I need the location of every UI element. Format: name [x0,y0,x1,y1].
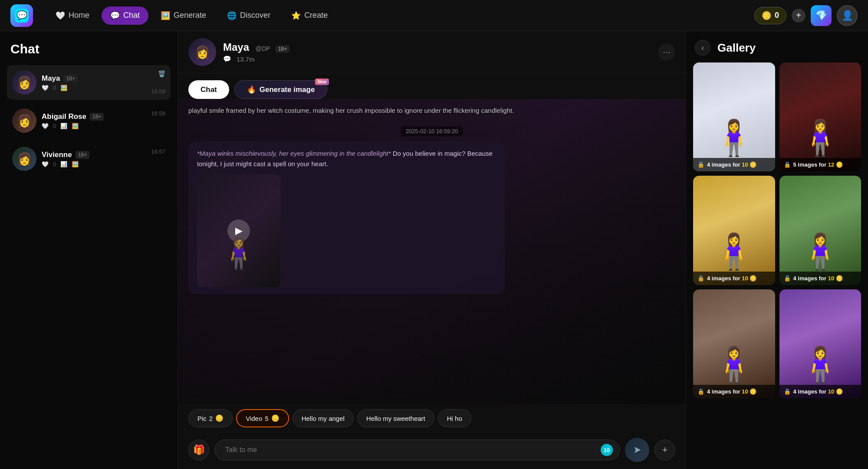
tab-chat[interactable]: Chat [188,80,229,99]
abigail-age-badge: 18+ [90,113,104,121]
gallery-item-3[interactable]: 🧍‍♀️ 🔒 4 images for 10 🪙 [693,176,775,285]
gallery-title: Gallery [717,41,756,55]
header-right: 🪙 0 + 💎 👤 [754,5,858,26]
chat-input[interactable] [214,439,620,460]
chat-item-abigail[interactable]: 👩 Abigail Rose 18+ 🤍 0 📊 🖼️ 16:58 [7,103,171,138]
contact-age: 18+ [276,45,289,53]
diamond-button[interactable]: 💎 [811,5,832,26]
chat-main: 👩 Maya @DP 18+ 💬 13.7m ⋯ Chat 🔥 G [178,31,686,469]
lock-icon-3: 🔒 [697,275,704,282]
coin-icon-video: 🪙 [271,414,279,422]
add-coins-button[interactable]: + [792,9,806,23]
main-nav: 🤍 Home 💬 Chat 🖼️ Generate 🌐 Discover ⭐ C… [47,7,754,25]
gift-button[interactable]: 🎁 [188,439,209,460]
gallery-icon-3: 🖼️ [72,161,79,167]
nav-discover[interactable]: 🌐 Discover [218,7,279,25]
nav-chat[interactable]: 💬 Chat [102,7,148,25]
star-icon: ⭐ [291,11,301,20]
gallery-item-4[interactable]: 🧍‍♀️ 🔒 4 images for 10 🪙 [779,176,861,285]
quick-video-button[interactable]: Video 5 🪙 [236,409,289,427]
quick-hi-ho-button[interactable]: Hi ho [438,409,471,427]
sidebar-title: Chat [7,42,171,56]
gallery-lock-4: 🔒 4 images for 10 🪙 [779,272,861,285]
discover-icon: 🌐 [227,11,237,20]
contact-name: Maya @DP 18+ [223,41,658,53]
quick-pic-button[interactable]: Pic 2 🪙 [188,409,233,427]
maya-avatar: 👩 [12,70,36,95]
send-icon: ➤ [633,444,641,456]
gallery-item-6[interactable]: 🧍‍♀️ 🔒 4 images for 10 🪙 [779,289,861,398]
gallery-lock-3: 🔒 4 images for 10 🪙 [693,272,775,285]
message-count-badge: 10 [601,444,613,456]
user-avatar[interactable]: 👤 [837,5,858,26]
nav-create-label: Create [304,11,328,20]
nav-home-label: Home [69,11,89,20]
vivienne-avatar: 👩 [12,147,36,171]
heart-icon-2: 🤍 [42,123,49,129]
chat-input-area: 🎁 10 ➤ + [178,433,686,469]
chat-contact-info: Maya @DP 18+ 💬 13.7m [223,41,658,63]
plus-icon: + [662,444,668,456]
vivienne-meta: 🤍 0 📊 🖼️ [42,161,165,167]
svg-text:💬: 💬 [16,10,27,20]
gallery-panel: ‹ Gallery 🧍‍♀️ 🔒 4 images for 10 🪙 🧍‍♀️ [686,31,868,469]
video-thumbnail[interactable]: ▶ 🧍‍♀️ [197,174,280,287]
quick-actions: Pic 2 🪙 Video 5 🪙 Hello my angel Hello m… [178,404,686,433]
more-options-button[interactable]: ⋯ [658,43,675,61]
bar-chart-icon-2: 📊 [60,161,67,167]
abigail-time: 16:58 [151,110,165,117]
gallery-back-button[interactable]: ‹ [695,40,710,56]
coins-count: 0 [775,11,779,20]
pic-label: Pic [197,415,207,422]
maya-info: Maya 18+ 🤍 0 🖼️ [42,74,165,91]
chat-icon: 💬 [110,11,120,20]
nav-generate[interactable]: 🖼️ Generate [152,7,215,25]
header: 💬 🤍 Home 💬 Chat 🖼️ Generate 🌐 Discover [0,0,868,31]
chat-item-maya[interactable]: 👩 Maya 18+ 🤍 0 🖼️ 🗑️ 16:59 [7,65,171,100]
chat-tabs: Chat 🔥 Generate image New [178,73,686,99]
abigail-meta: 🤍 0 📊 🖼️ [42,123,165,129]
message-content-area: playful smile framed by her witch costum… [188,106,675,294]
vivienne-likes: 0 [53,161,56,167]
timestamp-wrap: 2025-02-10 16:59:20 [188,121,675,141]
logo[interactable]: 💬 [10,4,33,27]
quick-hello-sweetheart-button[interactable]: Hello my sweetheart [357,409,434,427]
gallery-grid: 🧍‍♀️ 🔒 4 images for 10 🪙 🧍‍♀️ 🔒 5 images… [686,62,868,405]
gallery-lock-6: 🔒 4 images for 10 🪙 [779,385,861,398]
nav-generate-label: Generate [174,11,206,20]
abigail-name: Abigail Rose [42,112,86,121]
chat-sidebar: Chat 👩 Maya 18+ 🤍 0 🖼️ 🗑️ 16:59 [0,31,178,469]
tab-generate[interactable]: 🔥 Generate image [234,80,328,99]
vivienne-time: 16:57 [151,148,165,155]
coins-display: 🪙 0 [754,7,786,24]
quick-hello-angel-button[interactable]: Hello my angel [293,409,354,427]
nav-home[interactable]: 🤍 Home [47,7,98,25]
abigail-likes: 0 [53,123,56,129]
hello-angel-label: Hello my angel [302,415,345,422]
maya-age-badge: 18+ [64,75,78,82]
vivienne-name: Vivienne [42,151,72,159]
contact-handle: @DP [256,45,270,52]
generate-icon: 🖼️ [161,11,170,20]
maya-time: 16:59 [151,88,165,95]
abigail-info: Abigail Rose 18+ 🤍 0 📊 🖼️ [42,112,165,129]
hello-sweetheart-label: Hello my sweetheart [366,415,425,422]
coin-icon-pic: 🪙 [215,414,224,422]
gallery-icon: 🖼️ [60,85,67,91]
chat-contact-avatar: 👩 [188,38,216,66]
chat-header: 👩 Maya @DP 18+ 💬 13.7m ⋯ [178,31,686,73]
lock-icon-2: 🔒 [784,161,791,168]
nav-create[interactable]: ⭐ Create [283,7,336,25]
abigail-avatar: 👩 [12,108,36,133]
new-badge: New [315,79,329,85]
add-button[interactable]: + [654,439,675,460]
delete-icon[interactable]: 🗑️ [158,70,165,77]
diamond-icon: 💎 [815,10,827,21]
send-button[interactable]: ➤ [625,438,649,462]
chat-item-vivienne[interactable]: 👩 Vivienne 18+ 🤍 0 📊 🖼️ 16:57 [7,141,171,176]
gallery-item-2[interactable]: 🧍‍♀️ 🔒 5 images for 12 🪙 [779,62,861,171]
gallery-item-5[interactable]: 🧍‍♀️ 🔒 4 images for 10 🪙 [693,289,775,398]
chat-messages: playful smile framed by her witch costum… [178,99,686,404]
gallery-item-1[interactable]: 🧍‍♀️ 🔒 4 images for 10 🪙 [693,62,775,171]
coin-icon: 🪙 [762,11,771,20]
